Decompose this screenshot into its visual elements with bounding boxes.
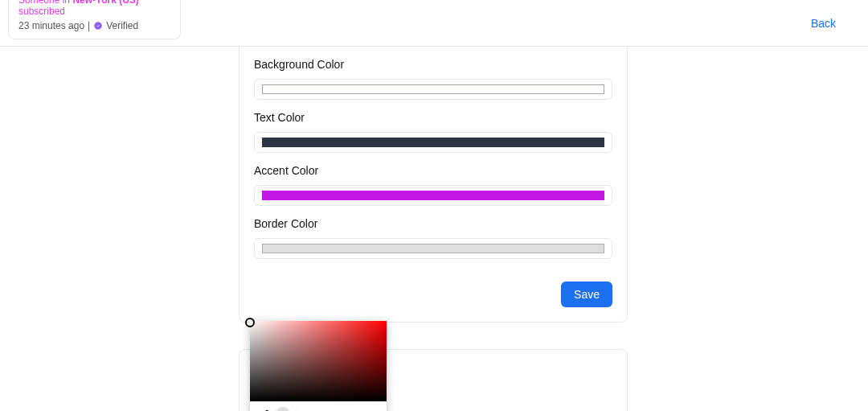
swatch-text-color[interactable]	[254, 132, 612, 153]
field-accent-color: Accent Color	[254, 164, 612, 206]
toast-prefix: Someone in	[18, 0, 72, 6]
toast-verified-label: Verified	[106, 20, 138, 31]
back-link[interactable]: Back	[811, 17, 836, 30]
swatch-inner-background	[262, 84, 604, 94]
swatch-inner-accent	[262, 191, 604, 200]
toast-time: 23 minutes ago	[18, 20, 84, 31]
swatch-accent-color[interactable]	[254, 185, 612, 206]
current-color-swatch	[276, 408, 290, 411]
color-settings-card: Background Color Text Color Accent Color…	[239, 47, 628, 323]
save-button[interactable]: Save	[561, 282, 612, 307]
toast-message: Someone in New-York (US) subscribed	[18, 0, 170, 17]
verified-badge-icon	[93, 21, 103, 31]
label-accent-color: Accent Color	[254, 164, 612, 177]
picker-controls-row	[250, 401, 387, 411]
toast-meta: 23 minutes ago | Verified	[18, 20, 170, 31]
swatch-border-color[interactable]	[254, 238, 612, 259]
field-background-color: Background Color	[254, 58, 612, 100]
field-border-color: Border Color	[254, 217, 612, 259]
toast-suffix: subscribed	[18, 6, 65, 17]
notification-toast: Someone in New-York (US) subscribed 23 m…	[8, 0, 181, 39]
field-text-color: Text Color	[254, 111, 612, 153]
saturation-cursor[interactable]	[245, 318, 255, 327]
swatch-inner-border	[262, 244, 604, 253]
saturation-area[interactable]	[250, 321, 387, 401]
label-text-color: Text Color	[254, 111, 612, 124]
save-row: Save	[254, 282, 612, 307]
label-border-color: Border Color	[254, 217, 612, 230]
color-picker: R G B ︿﹀	[250, 321, 387, 411]
toast-separator: |	[88, 20, 90, 31]
label-background-color: Background Color	[254, 58, 612, 71]
swatch-inner-text	[262, 138, 604, 147]
swatch-background-color[interactable]	[254, 79, 612, 100]
toast-location: New-York (US)	[72, 0, 138, 6]
